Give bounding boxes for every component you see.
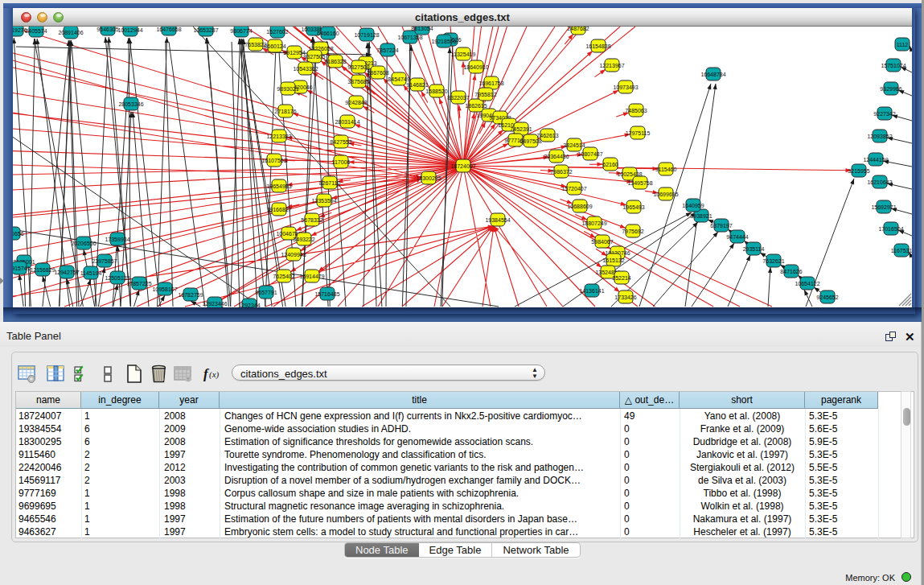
svg-text:8322037: 8322037 bbox=[447, 95, 469, 101]
svg-text:9245652: 9245652 bbox=[816, 295, 838, 300]
svg-text:7975692: 7975692 bbox=[622, 229, 643, 234]
svg-text:9227342: 9227342 bbox=[873, 111, 895, 117]
svg-text:18300295: 18300295 bbox=[416, 175, 441, 181]
svg-text:3875685: 3875685 bbox=[347, 79, 369, 84]
svg-text:8660124: 8660124 bbox=[264, 43, 285, 49]
svg-text:19384554: 19384554 bbox=[485, 217, 510, 223]
svg-text:1292344: 1292344 bbox=[238, 303, 260, 308]
svg-text:1588520: 1588520 bbox=[425, 89, 447, 94]
svg-text:13353594: 13353594 bbox=[311, 198, 336, 204]
svg-text:28053346: 28053346 bbox=[118, 101, 143, 107]
svg-text:9474444: 9474444 bbox=[726, 234, 748, 240]
svg-text:1862615: 1862615 bbox=[465, 103, 487, 109]
svg-text:19654983: 19654983 bbox=[266, 183, 291, 189]
svg-text:8427552: 8427552 bbox=[330, 139, 351, 145]
svg-text:7632621: 7632621 bbox=[762, 258, 784, 264]
svg-text:12213967: 12213967 bbox=[599, 63, 624, 68]
svg-text:9657791: 9657791 bbox=[255, 290, 277, 295]
svg-text:(x): (x) bbox=[209, 369, 220, 380]
svg-text:20206556: 20206556 bbox=[71, 241, 96, 246]
svg-text:11325419: 11325419 bbox=[451, 51, 476, 57]
svg-text:6497508: 6497508 bbox=[519, 138, 541, 144]
svg-text:28031414: 28031414 bbox=[335, 119, 359, 125]
svg-text:7857224: 7857224 bbox=[376, 47, 398, 53]
svg-text:7986372: 7986372 bbox=[550, 169, 572, 175]
svg-text:1615132: 1615132 bbox=[602, 257, 624, 263]
svg-text:15692971: 15692971 bbox=[871, 204, 896, 210]
svg-text:7955812: 7955812 bbox=[474, 92, 496, 97]
svg-text:14136141: 14136141 bbox=[579, 288, 604, 294]
svg-text:18807249: 18807249 bbox=[581, 220, 606, 226]
svg-text:9327505: 9327505 bbox=[303, 54, 325, 60]
svg-text:1145194: 1145194 bbox=[80, 270, 102, 276]
svg-text:15720407: 15720407 bbox=[561, 186, 586, 192]
svg-text:16210643: 16210643 bbox=[867, 179, 892, 185]
svg-text:9329966: 9329966 bbox=[880, 86, 901, 92]
svg-text:17975115: 17975115 bbox=[626, 130, 651, 136]
svg-text:6466160: 6466160 bbox=[317, 31, 339, 36]
svg-text:10958107: 10958107 bbox=[152, 286, 177, 292]
svg-text:10654122: 10654122 bbox=[795, 281, 819, 286]
svg-text:62160: 62160 bbox=[602, 162, 618, 167]
svg-text:23975857: 23975857 bbox=[92, 258, 117, 264]
svg-text:16961758: 16961758 bbox=[478, 80, 503, 86]
svg-text:12409948: 12409948 bbox=[281, 252, 306, 257]
svg-text:18724007: 18724007 bbox=[450, 163, 475, 169]
svg-text:8471626: 8471626 bbox=[780, 269, 802, 274]
svg-text:9115460: 9115460 bbox=[655, 167, 677, 172]
svg-text:10688609: 10688609 bbox=[567, 204, 592, 209]
svg-text:12093852: 12093852 bbox=[867, 134, 892, 139]
svg-text:3493222: 3493222 bbox=[293, 237, 314, 242]
svg-text:1733426: 1733426 bbox=[614, 295, 636, 300]
svg-text:8813054: 8813054 bbox=[411, 27, 433, 31]
svg-text:8186328: 8186328 bbox=[324, 59, 346, 64]
svg-text:8267110: 8267110 bbox=[319, 180, 341, 186]
svg-text:10543362: 10543362 bbox=[293, 66, 318, 72]
svg-text:17359934: 17359934 bbox=[105, 237, 129, 242]
svg-text:16782759: 16782759 bbox=[178, 292, 203, 298]
svg-text:1965493: 1965493 bbox=[622, 204, 644, 210]
svg-text:1112: 1112 bbox=[897, 42, 909, 47]
svg-text:3912954: 3912954 bbox=[283, 50, 305, 56]
svg-text:17857225: 17857225 bbox=[126, 281, 151, 286]
svg-text:3215955: 3215955 bbox=[848, 168, 869, 174]
svg-text:19166827: 19166827 bbox=[266, 207, 291, 212]
svg-text:10973493: 10973493 bbox=[613, 84, 638, 90]
svg-text:9546305: 9546305 bbox=[97, 27, 118, 32]
svg-text:12444159: 12444159 bbox=[863, 157, 888, 163]
svg-text:252214: 252214 bbox=[612, 275, 630, 281]
svg-text:1527602: 1527602 bbox=[266, 29, 288, 35]
svg-text:8938921: 8938921 bbox=[690, 213, 712, 219]
svg-text:16107563: 16107563 bbox=[261, 158, 286, 163]
svg-text:20364436: 20364436 bbox=[544, 154, 569, 159]
svg-text:16914479: 16914479 bbox=[299, 274, 324, 279]
svg-text:20891406: 20891406 bbox=[58, 30, 83, 35]
svg-text:9327508: 9327508 bbox=[347, 64, 369, 70]
svg-text:15751074: 15751074 bbox=[881, 63, 906, 68]
svg-text:2935114: 2935114 bbox=[743, 246, 765, 252]
svg-text:10671358: 10671358 bbox=[397, 35, 422, 40]
svg-text:8454749: 8454749 bbox=[388, 76, 409, 82]
svg-text:16648784: 16648784 bbox=[700, 72, 725, 77]
svg-text:13495758: 13495758 bbox=[627, 180, 652, 186]
svg-text:17016504: 17016504 bbox=[878, 226, 903, 232]
svg-text:12923446: 12923446 bbox=[202, 301, 227, 307]
svg-text:9242848: 9242848 bbox=[345, 100, 367, 105]
svg-text:9806774: 9806774 bbox=[230, 28, 252, 34]
svg-text:12942757: 12942757 bbox=[54, 270, 79, 275]
svg-text:7625402: 7625402 bbox=[273, 274, 294, 279]
svg-text:3824514: 3824514 bbox=[563, 142, 585, 148]
svg-text:10807487: 10807487 bbox=[577, 151, 602, 157]
svg-text:2405574: 2405574 bbox=[25, 28, 47, 34]
svg-text:16154838: 16154838 bbox=[585, 43, 610, 49]
svg-text:7485063: 7485063 bbox=[625, 108, 647, 113]
svg-text:7452391: 7452391 bbox=[510, 126, 532, 132]
svg-text:12213383: 12213383 bbox=[266, 134, 291, 139]
svg-text:10012944: 10012944 bbox=[117, 27, 142, 33]
svg-text:3915741: 3915741 bbox=[13, 266, 31, 271]
svg-text:5984067: 5984067 bbox=[591, 239, 613, 245]
svg-text:18640910: 18640910 bbox=[463, 64, 488, 70]
svg-text:10653287: 10653287 bbox=[193, 27, 218, 33]
svg-text:2620656: 2620656 bbox=[13, 231, 24, 237]
svg-text:16476658: 16476658 bbox=[156, 27, 181, 32]
